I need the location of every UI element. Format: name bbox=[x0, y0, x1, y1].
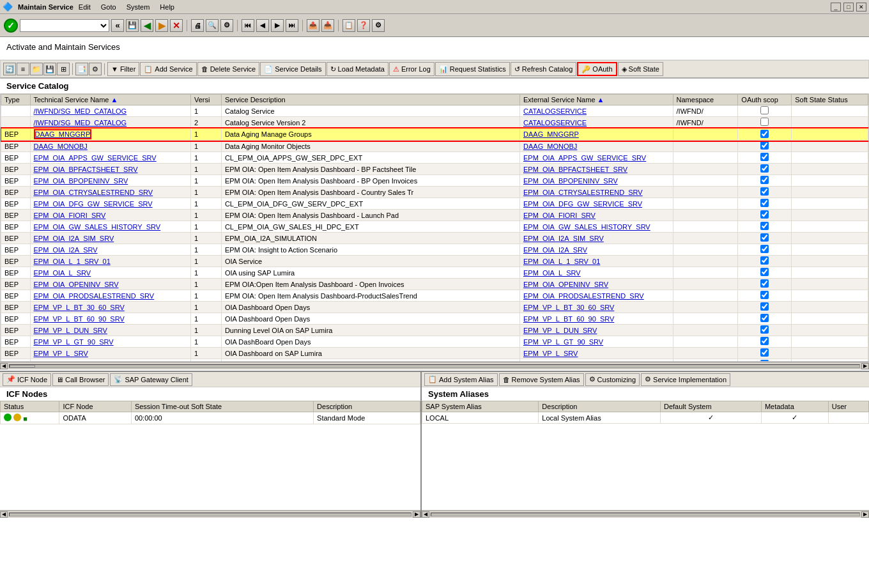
esn-cell[interactable]: EPM_VP_L_GT_90_SRV bbox=[520, 336, 673, 348]
left-panel-scrollbar[interactable]: ◀ ▶ bbox=[0, 510, 420, 518]
download-button[interactable]: 📥 bbox=[321, 19, 334, 32]
oauth-cell[interactable] bbox=[738, 117, 792, 128]
esn-cell[interactable]: EPM_OIA_L_1_SRV_01 bbox=[520, 256, 673, 267]
oauth-checkbox[interactable] bbox=[760, 176, 769, 184]
list-icon-btn[interactable]: ≡ bbox=[17, 63, 29, 75]
table-row[interactable]: BEPEPM_OIA_L_1_SRV_011OIA ServiceEPM_OIA… bbox=[1, 256, 868, 267]
filter-icon-btn[interactable]: 🔄 bbox=[3, 63, 16, 75]
esn-cell[interactable]: DAAG_MNGGRP bbox=[520, 128, 673, 141]
oauth-checkbox[interactable] bbox=[760, 187, 769, 196]
service-details-button[interactable]: 📄 Service Details bbox=[260, 62, 325, 76]
oauth-checkbox[interactable] bbox=[760, 291, 769, 299]
esn-cell[interactable]: EPM_OIA_CTRYSALESTREND_SRV bbox=[520, 187, 673, 198]
left-scroll-right[interactable]: ▶ bbox=[413, 511, 420, 518]
oauth-checkbox[interactable] bbox=[760, 222, 769, 230]
oauth-cell[interactable] bbox=[738, 175, 792, 187]
oauth-cell[interactable] bbox=[738, 198, 792, 210]
oauth-checkbox[interactable] bbox=[760, 233, 769, 242]
oauth-cell[interactable] bbox=[738, 279, 792, 290]
table-row[interactable]: BEPEPM_OIA_GW_SALES_HISTORY_SRV1CL_EPM_O… bbox=[1, 221, 868, 233]
settings-button[interactable]: ⚙ bbox=[220, 19, 233, 32]
tsn-cell[interactable]: EPM_OIA_PRODSALESTREND_SRV bbox=[30, 290, 191, 302]
table-row[interactable]: /IWFND/SG_MED_CATALOG1Catalog ServiceCAT… bbox=[1, 105, 868, 117]
tsn-cell[interactable]: EPM_OIA_GW_SALES_HISTORY_SRV bbox=[30, 221, 191, 233]
table-row[interactable]: BEPEPM_OIA_BPOPENINV_SRV1EPM OIA: Open I… bbox=[1, 175, 868, 187]
oauth-cell[interactable] bbox=[738, 290, 792, 302]
oauth-cell[interactable] bbox=[738, 210, 792, 221]
left-scroll-left[interactable]: ◀ bbox=[0, 511, 8, 518]
table-row[interactable]: BEPEPM_VP_L_DUN_SRV1Dunning Level OIA on… bbox=[1, 325, 868, 336]
oauth-checkbox[interactable] bbox=[760, 337, 769, 345]
tsn-cell[interactable]: EPM_OIA_BPFACTSHEET_SRV bbox=[30, 164, 191, 175]
oauth-cell[interactable] bbox=[738, 187, 792, 198]
scroll-left-button[interactable]: ◀ bbox=[0, 363, 8, 369]
save-icon-btn[interactable]: 💾 bbox=[43, 63, 56, 75]
oauth-checkbox[interactable] bbox=[760, 164, 769, 173]
tsn-cell[interactable]: DAAG_MONOBJ bbox=[30, 141, 191, 152]
right-panel-scrollbar[interactable]: ◀ ▶ bbox=[422, 510, 869, 518]
esn-cell[interactable]: EPM_OIA_BPOPENINV_SRV bbox=[520, 175, 673, 187]
table-row[interactable]: BEPEPM_OIA_L_SRV1OIA using SAP LumiraEPM… bbox=[1, 267, 868, 279]
oauth-checkbox[interactable] bbox=[760, 348, 769, 357]
esn-cell[interactable]: CATALOGSERVICE bbox=[520, 117, 673, 128]
table-row[interactable]: BEPEPM_OIA_APPS_GW_SERVICE_SRV1CL_EPM_OI… bbox=[1, 152, 868, 164]
esn-cell[interactable]: EPM_VP_L_BT_60_90_SRV bbox=[520, 313, 673, 325]
tsn-cell[interactable]: EPM_OIA_I2A_SIM_SRV bbox=[30, 233, 191, 244]
oauth-checkbox[interactable] bbox=[760, 302, 769, 311]
nav3-button[interactable]: ▶ bbox=[271, 19, 284, 32]
table-row[interactable]: BEPEPM_OIA_BPFACTSHEET_SRV1EPM OIA: Open… bbox=[1, 164, 868, 175]
tsn-cell[interactable]: /IWFND/SG_MED_CATALOG bbox=[30, 105, 191, 117]
nav4-button[interactable]: ⏭ bbox=[286, 19, 298, 32]
oauth-checkbox[interactable] bbox=[760, 118, 769, 126]
main-horizontal-scrollbar[interactable]: ◀ ▶ bbox=[0, 362, 869, 369]
esn-cell[interactable]: EPM_OIA_L_SRV bbox=[520, 267, 673, 279]
find-button[interactable]: 🔍 bbox=[206, 19, 219, 32]
oauth-checkbox[interactable] bbox=[760, 210, 769, 219]
tsn-cell[interactable]: EPM_OIA_BPOPENINV_SRV bbox=[30, 175, 191, 187]
remove-system-alias-tab[interactable]: 🗑 Remove System Alias bbox=[499, 373, 584, 386]
oauth-checkbox[interactable] bbox=[760, 314, 769, 322]
back-button[interactable]: ◀ bbox=[141, 19, 153, 32]
nav1-button[interactable]: ⏮ bbox=[242, 19, 254, 32]
add-service-button[interactable]: 📋 Add Service bbox=[140, 62, 196, 76]
oauth-checkbox[interactable] bbox=[760, 153, 769, 161]
table-row[interactable]: BEPDAAG_MONOBJ1Data Aging Monitor Object… bbox=[1, 141, 868, 152]
menu-help[interactable]: Help bbox=[160, 3, 174, 11]
oauth-cell[interactable] bbox=[738, 267, 792, 279]
save-button[interactable]: 💾 bbox=[126, 19, 139, 32]
close-button[interactable]: ✕ bbox=[856, 3, 866, 12]
refresh-catalog-button[interactable]: ↺ Refresh Catalog bbox=[511, 62, 577, 76]
oauth-cell[interactable] bbox=[738, 221, 792, 233]
oauth-checkbox[interactable] bbox=[760, 106, 769, 114]
upload-button[interactable]: 📤 bbox=[307, 19, 319, 32]
oauth-cell[interactable] bbox=[738, 152, 792, 164]
command-combo[interactable] bbox=[20, 19, 109, 32]
oauth-checkbox[interactable] bbox=[760, 256, 769, 265]
tsn-cell[interactable]: EPM_OIA_FIORI_SRV bbox=[30, 210, 191, 221]
tsn-cell[interactable]: EPM_OIA_I2A_SRV bbox=[30, 244, 191, 256]
sap-gateway-client-tab[interactable]: 📡 SAP Gateway Client bbox=[110, 373, 192, 386]
add-system-alias-tab[interactable]: 📋 Add System Alias bbox=[424, 373, 498, 386]
table-row[interactable]: BEPEPM_OIA_PRODSALESTREND_SRV1EPM OIA: O… bbox=[1, 290, 868, 302]
esn-cell[interactable]: EPM_VP_L_DUN_SRV bbox=[520, 325, 673, 336]
table-icon-btn[interactable]: 📑 bbox=[75, 63, 88, 75]
table-row[interactable]: BEPEPM_OIA_OPENINV_SRV1EPM OIA:Open Item… bbox=[1, 279, 868, 290]
customizing-tab[interactable]: ⚙ Customizing bbox=[585, 373, 640, 386]
tsn-cell[interactable]: EPM_OIA_DFG_GW_SERVICE_SRV bbox=[30, 198, 191, 210]
oauth-checkbox[interactable] bbox=[760, 130, 769, 138]
delete-service-button[interactable]: 🗑 Delete Service bbox=[197, 62, 260, 76]
oauth-cell[interactable] bbox=[738, 105, 792, 117]
oauth-checkbox[interactable] bbox=[760, 245, 769, 253]
table-row[interactable]: BEPEPM_OIA_I2A_SRV1EPM OIA: Insight to A… bbox=[1, 244, 868, 256]
config-icon-btn[interactable]: ⚙ bbox=[89, 63, 102, 75]
error-log-button[interactable]: ⚠ Error Log bbox=[389, 62, 434, 76]
esn-cell[interactable]: CATALOGSERVICE bbox=[520, 105, 673, 117]
oauth-cell[interactable] bbox=[738, 244, 792, 256]
call-browser-tab[interactable]: 🖥 Call Browser bbox=[52, 373, 109, 386]
esn-cell[interactable]: EPM_VP_L_SRV bbox=[520, 348, 673, 359]
help2-button[interactable]: ❓ bbox=[357, 19, 370, 32]
forward-button[interactable]: ▶ bbox=[155, 19, 168, 32]
right-scroll-left[interactable]: ◀ bbox=[422, 511, 429, 518]
expand-icon-btn[interactable]: ⊞ bbox=[57, 63, 70, 75]
oauth-cell[interactable] bbox=[738, 325, 792, 336]
